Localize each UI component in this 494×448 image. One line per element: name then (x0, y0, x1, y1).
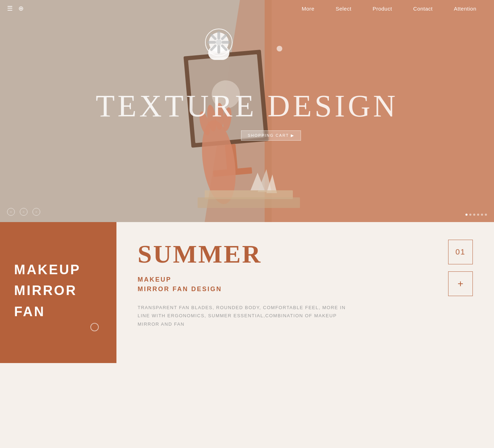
right-content: SUMMER MAKEUP MIRROR FAN DESIGN TRANSPAR… (116, 222, 494, 363)
header-left: ☰ ⊕ (7, 5, 24, 12)
main-nav: More Select Product Contact Attention (291, 0, 487, 17)
nav-contact[interactable]: Contact (403, 0, 443, 17)
hero-orb (277, 46, 282, 51)
dot-3[interactable] (473, 214, 475, 216)
left-panel-line1: MAKEUP (14, 261, 102, 278)
product-description: TRANSPARENT FAN BLADES, ROUNDED BODY, CO… (138, 303, 356, 328)
search-icon[interactable]: ⊕ (18, 5, 24, 12)
social-icon-2[interactable]: ○ (20, 208, 28, 216)
social-icon-3[interactable]: ○ (32, 208, 40, 216)
bottom-section: MAKEUP MIRROR FAN SUMMER MAKEUP MIRROR F… (0, 222, 494, 363)
nav-attention[interactable]: Attention (443, 0, 487, 17)
left-panel: MAKEUP MIRROR FAN (0, 222, 116, 363)
dot-1[interactable] (465, 214, 468, 216)
dot-6[interactable] (485, 214, 487, 216)
plus-button[interactable]: + (448, 271, 473, 296)
dot-5[interactable] (481, 214, 483, 216)
svg-point-10 (216, 39, 222, 45)
nav-select[interactable]: Select (325, 0, 362, 17)
hamburger-icon[interactable]: ☰ (7, 5, 13, 12)
shopping-cart-button[interactable]: SHOPPING CART ▶ (241, 130, 301, 141)
nav-product[interactable]: Product (362, 0, 403, 17)
nav-more[interactable]: More (291, 0, 325, 17)
subtitle-makeup: MAKEUP (138, 276, 473, 283)
social-icon-1[interactable]: ○ (7, 208, 15, 216)
dot-4[interactable] (477, 214, 479, 216)
season-title: SUMMER (138, 240, 473, 269)
hero-section: TEXTURE DESIGN SHOPPING CART ▶ ○ ○ ○ (0, 0, 494, 222)
svg-point-22 (215, 103, 224, 130)
number-badge: 01 (448, 240, 473, 264)
left-panel-line3: FAN (14, 303, 102, 320)
svg-rect-28 (198, 197, 300, 208)
left-panel-circle-icon (90, 323, 99, 331)
hero-bottom-icons: ○ ○ ○ (7, 208, 40, 216)
hero-bg-svg (0, 0, 494, 222)
subtitle-mirror-fan: MIRROR FAN DESIGN (138, 286, 473, 293)
dot-2[interactable] (469, 214, 471, 216)
left-panel-line2: MIRROR (14, 282, 102, 299)
header: ☰ ⊕ More Select Product Contact Attentio… (0, 0, 494, 17)
hero-dots (465, 214, 487, 216)
